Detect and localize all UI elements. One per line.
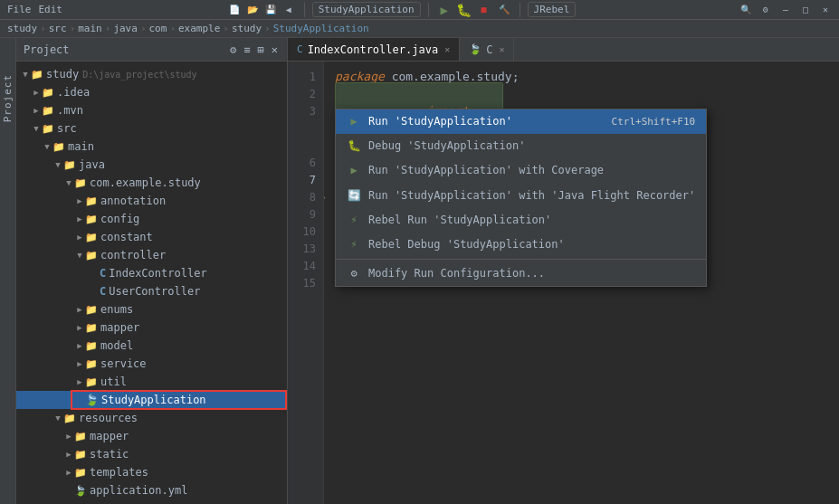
run-button[interactable]: ▶ <box>436 2 453 18</box>
arrow-main: ▼ <box>42 142 52 151</box>
ctx-run-jfr[interactable]: 🔄 Run 'StudyApplication' with 'Java Flig… <box>336 184 706 208</box>
tree-item-mapper[interactable]: ▶ 📁 mapper <box>16 319 287 337</box>
tree-item-user-controller[interactable]: C UserController <box>16 282 287 300</box>
item-label-service: service <box>100 357 147 370</box>
close-panel-icon[interactable]: ✕ <box>270 43 280 56</box>
tree-item-constant[interactable]: ▶ 📁 constant <box>16 228 287 246</box>
minimize-btn[interactable]: — <box>777 2 794 18</box>
breadcrumb-src[interactable]: src <box>49 23 67 34</box>
ctx-rebel-debug-label: Rebel Debug 'StudyApplication' <box>368 236 695 253</box>
tab-label-index: IndexController.java <box>308 43 439 56</box>
ctx-modify-run[interactable]: ⚙ Modify Run Configuration... <box>336 262 706 286</box>
folder-icon-idea: 📁 <box>42 87 54 99</box>
breadcrumb-main[interactable]: main <box>78 23 102 34</box>
ctx-rebel-run[interactable]: ⚡ Rebel Run 'StudyApplication' <box>336 208 706 233</box>
tree-item-java[interactable]: ▼ 📁 java <box>16 156 287 174</box>
tree-item-src[interactable]: ▼ 📁 src <box>16 119 287 138</box>
tree-item-resources[interactable]: ▼ 📁 resources <box>16 409 287 427</box>
gear-icon[interactable]: ⚙ <box>228 43 238 56</box>
tree-item-com-example-study[interactable]: ▼ 📁 com.example.study <box>16 174 287 192</box>
settings-icon[interactable]: ⊞ <box>256 43 266 56</box>
tree-item-mvn[interactable]: ▶ 📁 .mvn <box>16 101 287 119</box>
app-name-badge[interactable]: StudyApplication <box>312 2 421 17</box>
folder-icon-constant: 📁 <box>85 232 98 243</box>
run-coverage-icon: ▶ <box>347 162 361 179</box>
breadcrumb-java[interactable]: java <box>113 23 138 34</box>
project-panel-title: Project <box>24 43 224 56</box>
tree-item-study-application[interactable]: 🍃 StudyApplication <box>16 391 287 409</box>
breadcrumb-example[interactable]: example <box>178 23 220 34</box>
breadcrumb-studyapp[interactable]: StudyApplication <box>273 23 369 34</box>
tree-item-config[interactable]: ▶ 📁 config <box>16 210 287 228</box>
line-3: 3 <box>288 103 316 120</box>
ctx-run[interactable]: ▶ Run 'StudyApplication' Ctrl+Shift+F10 <box>336 109 706 134</box>
tab-close-index[interactable]: ✕ <box>444 44 450 54</box>
item-label-util: util <box>100 376 127 388</box>
tree-item-main[interactable]: ▼ 📁 main <box>16 138 287 156</box>
collapse-icon[interactable]: ≡ <box>242 43 252 56</box>
arrow-templates: ▶ <box>63 468 74 477</box>
tab-close-studyapp[interactable]: ✕ <box>499 44 504 54</box>
item-label-sa: StudyApplication <box>101 394 206 406</box>
settings-btn[interactable]: ⚙ <box>758 2 774 18</box>
open-btn[interactable]: 📂 <box>244 2 261 18</box>
tab-index-controller[interactable]: C IndexController.java ✕ <box>288 38 460 61</box>
stop-button[interactable]: ■ <box>476 2 492 18</box>
folder-icon-model: 📁 <box>85 340 98 352</box>
tree-item-templates[interactable]: ▶ 📁 templates <box>16 463 287 481</box>
new-file-btn[interactable]: 📄 <box>226 2 243 18</box>
menu-file[interactable]: File <box>5 4 33 15</box>
build-button[interactable]: 🔨 <box>496 2 512 18</box>
arrow-enums: ▶ <box>74 305 85 314</box>
java-tab-icon: C <box>297 43 303 55</box>
line-2: 2 <box>288 86 316 103</box>
run-icon: ▶ <box>347 113 361 130</box>
folder-icon-templates: 📁 <box>74 467 87 479</box>
tree-item-study[interactable]: ▼ 📁 study D:\java_project\study <box>16 65 287 83</box>
tree-item-controller[interactable]: ▼ 📁 controller <box>16 246 287 264</box>
line-6: 6 <box>288 155 316 172</box>
rebel-debug-icon: ⚡ <box>347 236 361 253</box>
item-label-ic: IndexController <box>109 267 206 280</box>
folder-icon-study: 📁 <box>31 69 43 81</box>
tree-item-util[interactable]: ▶ 📁 util <box>16 373 287 391</box>
arrow-static: ▶ <box>63 450 74 459</box>
file-tree[interactable]: ▼ 📁 study D:\java_project\study ▶ 📁 .ide… <box>16 62 287 504</box>
item-label-model: model <box>100 339 133 352</box>
maximize-btn[interactable]: □ <box>797 2 814 18</box>
item-label-constant: constant <box>100 231 153 243</box>
folder-icon-mapper-res: 📁 <box>74 431 87 442</box>
project-sidebar-tab[interactable]: Project <box>0 38 16 504</box>
tree-item-static[interactable]: ▶ 📁 static <box>16 445 287 463</box>
item-label-ces: com.example.study <box>90 176 201 189</box>
arrow-controller: ▼ <box>74 251 85 260</box>
arrow-mvn: ▶ <box>31 106 42 115</box>
menu-edit[interactable]: Edit <box>37 4 65 15</box>
tab-studyapp[interactable]: 🍃 C ✕ <box>460 38 514 61</box>
tree-item-service[interactable]: ▶ 📁 service <box>16 355 287 373</box>
ctx-run-coverage[interactable]: ▶ Run 'StudyApplication' with Coverage <box>336 158 706 183</box>
debug-button[interactable]: 🐛 <box>456 2 472 18</box>
breadcrumb-study[interactable]: study <box>7 23 37 34</box>
save-btn[interactable]: 💾 <box>262 2 279 18</box>
tree-item-application-yml[interactable]: 🍃 application.yml <box>16 481 287 499</box>
ctx-debug[interactable]: 🐛 Debug 'StudyApplication' <box>336 134 706 158</box>
line-1: 1 <box>288 69 316 86</box>
breadcrumb-study2[interactable]: study <box>232 23 262 34</box>
title-bar: File Edit 📄 📂 💾 ◀ StudyApplication ▶ 🐛 ■… <box>0 0 839 20</box>
back-btn[interactable]: ◀ <box>281 2 297 18</box>
code-area[interactable]: package com.example.study; import ... @S… <box>324 62 839 504</box>
ctx-rebel-debug[interactable]: ⚡ Rebel Debug 'StudyApplication' <box>336 233 706 257</box>
tree-item-index-controller[interactable]: C IndexController <box>16 264 287 282</box>
search-everywhere-btn[interactable]: 🔍 <box>738 2 754 18</box>
breadcrumb-com[interactable]: com <box>149 23 167 34</box>
tree-item-idea[interactable]: ▶ 📁 .idea <box>16 83 287 101</box>
tree-item-model[interactable]: ▶ 📁 model <box>16 337 287 355</box>
tree-item-enums[interactable]: ▶ 📁 enums <box>16 300 287 319</box>
close-btn[interactable]: ✕ <box>817 2 834 18</box>
app-badge-group: StudyApplication <box>312 2 421 17</box>
folder-icon-annotation: 📁 <box>85 195 98 207</box>
tree-item-mapper-res[interactable]: ▶ 📁 mapper <box>16 427 287 445</box>
arrow-src: ▼ <box>31 124 42 133</box>
tree-item-annotation[interactable]: ▶ 📁 annotation <box>16 192 287 210</box>
